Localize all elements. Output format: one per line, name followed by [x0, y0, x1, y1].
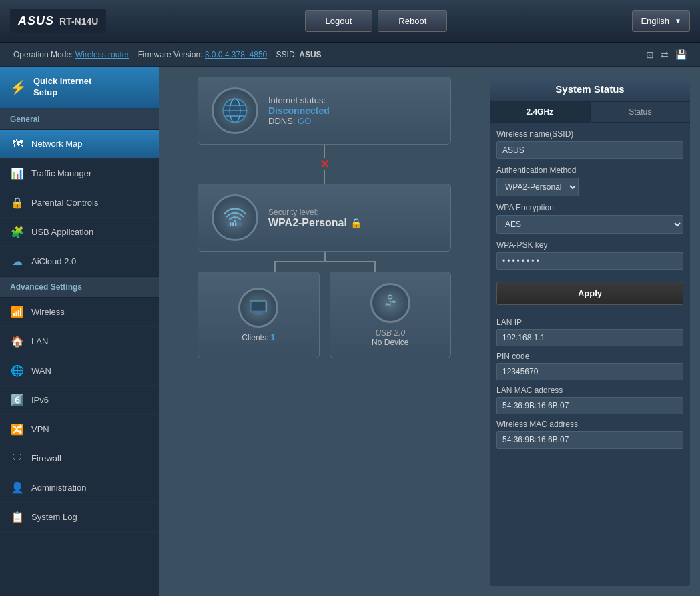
language-selector[interactable]: English ▼ — [632, 10, 690, 32]
sidebar-item-ipv6[interactable]: 6️⃣ IPv6 — [0, 386, 159, 415]
wireless-name-input[interactable] — [496, 141, 683, 159]
svg-point-10 — [234, 220, 236, 222]
sidebar-item-wireless[interactable]: 📶 Wireless — [0, 298, 159, 327]
lan-mac-value: 54:36:9B:16:6B:07 — [496, 397, 683, 414]
save-icon[interactable]: 💾 — [675, 49, 687, 60]
quick-setup-label: Quick Internet Setup — [33, 76, 91, 99]
sidebar-item-label: Network Map — [31, 139, 83, 149]
ddns-go-link[interactable]: GO — [298, 116, 311, 126]
copy-icon[interactable]: ⊡ — [646, 49, 654, 60]
branch-left — [274, 261, 276, 272]
security-label: Security level: — [268, 208, 318, 217]
info-icons: ⊡ ⇄ 💾 — [646, 49, 687, 60]
sidebar-item-administration[interactable]: 👤 Administration — [0, 473, 159, 503]
sidebar: ⚡ Quick Internet Setup General 🗺 Network… — [0, 67, 159, 596]
parental-controls-icon: 🔒 — [10, 196, 25, 209]
firmware-value[interactable]: 3.0.0.4.378_4850 — [205, 50, 267, 59]
sidebar-item-parental-controls[interactable]: 🔒 Parental Controls — [0, 188, 159, 218]
wan-icon: 🌐 — [10, 364, 25, 377]
system-status-body: Wireless name(SSID) Authentication Metho… — [490, 123, 690, 461]
sidebar-item-aicloud[interactable]: ☁ AiCloud 2.0 — [0, 247, 159, 276]
wpa-psk-input[interactable] — [496, 252, 683, 270]
svg-rect-9 — [235, 222, 236, 226]
firmware-label: Firmware Version: — [138, 50, 203, 59]
operation-mode-label: Operation Mode: — [13, 50, 73, 59]
firewall-icon: 🛡 — [10, 453, 25, 465]
wpa-psk-field: WPA-PSK key — [496, 240, 683, 270]
lan-icon: 🏠 — [10, 335, 25, 348]
branch-container — [198, 252, 451, 272]
v-line-bottom — [324, 170, 325, 184]
sidebar-item-system-log[interactable]: 📋 System Log — [0, 503, 159, 532]
tab-24ghz[interactable]: 2.4GHz — [490, 102, 591, 122]
advanced-section-header: Advanced Settings — [0, 276, 159, 298]
traffic-manager-icon: 📊 — [10, 167, 25, 180]
svg-rect-7 — [230, 222, 231, 226]
auth-method-select[interactable]: WPA2-Personal — [496, 178, 579, 196]
pin-code-value: 12345670 — [496, 363, 683, 380]
pin-code-field: PIN code 12345670 — [496, 352, 683, 380]
logout-button[interactable]: Logout — [305, 10, 373, 32]
sidebar-item-wan[interactable]: 🌐 WAN — [0, 356, 159, 386]
sidebar-item-vpn[interactable]: 🔀 VPN — [0, 415, 159, 444]
language-label: English — [641, 16, 669, 26]
sidebar-item-network-map[interactable]: 🗺 Network Map — [0, 130, 159, 159]
quick-setup-icon: ⚡ — [10, 79, 27, 95]
aicloud-icon: ☁ — [10, 255, 25, 268]
sidebar-item-label: VPN — [31, 424, 49, 434]
v-line-top — [324, 145, 325, 158]
lan-mac-label: LAN MAC address — [496, 386, 683, 395]
sidebar-item-label: WAN — [31, 366, 51, 376]
ipv6-icon: 6️⃣ — [10, 394, 25, 406]
lock-icon: 🔒 — [350, 218, 362, 228]
internet-status: Internet status: Disconnected DDNS: GO — [268, 95, 330, 126]
network-map-area: Internet status: Disconnected DDNS: GO ✕ — [159, 67, 700, 596]
network-diagram: Internet status: Disconnected DDNS: GO ✕ — [169, 77, 480, 586]
router-box: Security level: WPA2-Personal 🔒 — [198, 184, 451, 252]
info-bar: Operation Mode: Wireless router Firmware… — [0, 43, 700, 67]
sidebar-item-lan[interactable]: 🏠 LAN — [0, 327, 159, 356]
usb-device-icon — [370, 283, 410, 323]
svg-point-15 — [388, 295, 392, 299]
quick-setup-item[interactable]: ⚡ Quick Internet Setup — [0, 67, 159, 109]
general-section-header: General — [0, 109, 159, 130]
wireless-name-label: Wireless name(SSID) — [496, 129, 683, 139]
wireless-mac-label: Wireless MAC address — [496, 420, 683, 429]
sidebar-item-label: System Log — [31, 512, 77, 522]
svg-rect-8 — [232, 222, 234, 226]
share-icon[interactable]: ⇄ — [661, 49, 669, 60]
svg-rect-14 — [254, 314, 264, 315]
asus-logo: ASUS — [18, 14, 54, 28]
content-area: Internet status: Disconnected DDNS: GO ✕ — [159, 67, 700, 596]
sidebar-item-label: Traffic Manager — [31, 168, 91, 178]
svg-rect-19 — [392, 301, 395, 303]
wpa-psk-label: WPA-PSK key — [496, 240, 683, 250]
wpa-encryption-label: WPA Encryption — [496, 203, 683, 212]
internet-status-label: Internet status: — [268, 95, 326, 105]
reboot-button[interactable]: Reboot — [378, 10, 447, 32]
top-bar: ASUS RT-N14U Logout Reboot English ▼ — [0, 0, 700, 43]
wpa-encryption-select[interactable]: AES — [496, 215, 683, 234]
svg-rect-13 — [256, 312, 262, 314]
lan-ip-value: 192.168.1.1 — [496, 329, 683, 346]
sidebar-item-usb-application[interactable]: 🧩 USB Application — [0, 218, 159, 247]
usb-application-icon: 🧩 — [10, 226, 25, 238]
clients-box[interactable]: Clients: 1 — [198, 272, 320, 358]
wireless-icon: 📶 — [10, 306, 25, 318]
system-status-panel: System Status 2.4GHz Status Wireless nam… — [490, 77, 690, 586]
operation-mode-value[interactable]: Wireless router — [75, 50, 129, 59]
apply-button[interactable]: Apply — [496, 282, 683, 305]
usb-label: USB 2.0 No Device — [372, 328, 408, 347]
sidebar-item-firewall[interactable]: 🛡 Firewall — [0, 444, 159, 473]
disconnected-x-icon: ✕ — [320, 158, 330, 170]
disconnected-link[interactable]: Disconnected — [268, 105, 330, 116]
divider — [496, 314, 683, 314]
client-count: 1 — [271, 333, 276, 342]
usb-box[interactable]: USB 2.0 No Device — [330, 272, 452, 358]
router-box-info: Security level: WPA2-Personal 🔒 — [268, 207, 362, 229]
network-map-icon: 🗺 — [10, 138, 25, 150]
system-log-icon: 📋 — [10, 511, 25, 523]
ssid-label: SSID: — [276, 50, 297, 59]
sidebar-item-traffic-manager[interactable]: 📊 Traffic Manager — [0, 159, 159, 188]
tab-status[interactable]: Status — [591, 102, 691, 122]
